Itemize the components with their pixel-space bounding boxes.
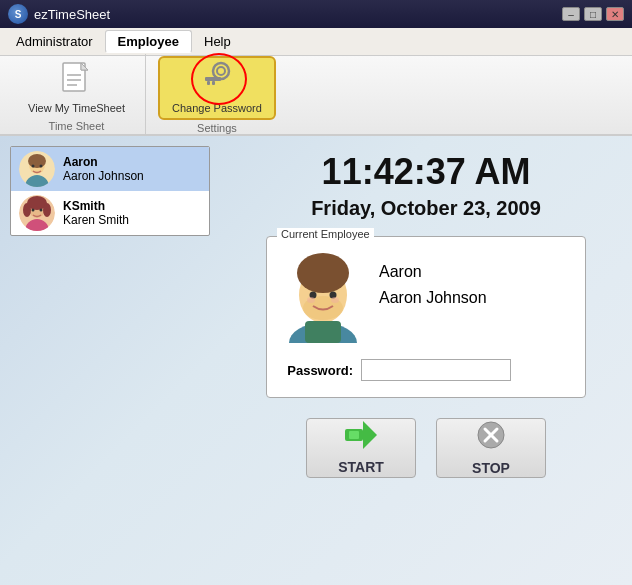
start-icon [345,421,377,455]
right-panel: 11:42:37 AM Friday, October 23, 2009 Cur… [220,136,632,585]
menu-bar: Administrator Employee Help [0,28,632,56]
svg-point-20 [43,203,51,217]
svg-point-12 [28,154,46,168]
menu-item-employee[interactable]: Employee [105,30,192,53]
current-employee-avatar [283,253,363,343]
current-employee-name-short: Aaron [379,263,487,281]
clock-date: Friday, October 23, 2009 [311,197,541,220]
svg-rect-7 [205,77,221,81]
view-my-timesheet-label: View My TimeSheet [28,102,125,114]
svg-point-31 [331,297,339,303]
svg-point-6 [217,67,225,75]
stop-icon [476,420,506,456]
svg-rect-8 [207,81,210,85]
menu-item-administrator[interactable]: Administrator [4,31,105,52]
toolbar: View My TimeSheet Time Sheet Cha [0,56,632,136]
svg-point-22 [40,209,43,212]
change-password-label: Change Password [172,102,262,114]
svg-point-19 [23,203,31,217]
toolbar-group-timesheet: View My TimeSheet Time Sheet [8,54,146,136]
employee-karen-full: Karen Smith [63,213,129,227]
current-employee-name-full: Aaron Johnson [379,289,487,307]
password-row: Password: [283,359,569,381]
timesheet-icon [59,62,95,98]
employee-karen-short: KSmith [63,199,129,213]
change-password-icon [199,62,235,98]
close-button[interactable]: ✕ [606,7,624,21]
main-content: Aaron Aaron Johnson [0,136,632,585]
app-icon: S [8,4,28,24]
password-input[interactable] [361,359,511,381]
avatar-aaron [19,151,55,187]
stop-label: STOP [472,460,510,476]
password-label: Password: [283,363,353,378]
start-button[interactable]: START [306,418,416,478]
current-employee-label: Current Employee [277,228,374,240]
svg-rect-32 [305,321,341,343]
svg-point-21 [32,209,35,212]
svg-marker-34 [363,421,377,449]
toolbar-group-settings: Change Password Settings [150,52,284,138]
svg-point-26 [297,253,349,293]
view-my-timesheet-button[interactable]: View My TimeSheet [16,58,137,118]
start-label: START [338,459,384,475]
window-controls: – □ ✕ [562,7,624,21]
employee-aaron-full: Aaron Johnson [63,169,144,183]
title-bar: S ezTimeSheet – □ ✕ [0,0,632,28]
svg-point-5 [213,63,229,79]
employee-item-karen[interactable]: KSmith Karen Smith [11,191,209,235]
svg-point-30 [307,297,315,303]
current-employee-box: Current Employee [266,236,586,398]
minimize-button[interactable]: – [562,7,580,21]
maximize-button[interactable]: □ [584,7,602,21]
svg-rect-35 [349,431,359,439]
employee-item-aaron[interactable]: Aaron Aaron Johnson [11,147,209,191]
current-employee-inner: Aaron Aaron Johnson [283,253,569,343]
employee-list-panel: Aaron Aaron Johnson [0,136,220,585]
employee-list-box: Aaron Aaron Johnson [10,146,210,236]
change-password-button[interactable]: Change Password [158,56,276,120]
timesheet-section-label: Time Sheet [49,120,105,132]
window-title: ezTimeSheet [34,7,110,22]
settings-section-label: Settings [197,122,237,134]
svg-rect-9 [212,81,215,85]
svg-point-13 [32,165,35,168]
menu-item-help[interactable]: Help [192,31,243,52]
clock-time: 11:42:37 AM [322,151,531,193]
stop-button[interactable]: STOP [436,418,546,478]
current-employee-info: Aaron Aaron Johnson [379,253,487,307]
svg-point-14 [40,165,43,168]
employee-aaron-short: Aaron [63,155,144,169]
action-buttons: START STOP [306,418,546,478]
avatar-karen [19,195,55,231]
